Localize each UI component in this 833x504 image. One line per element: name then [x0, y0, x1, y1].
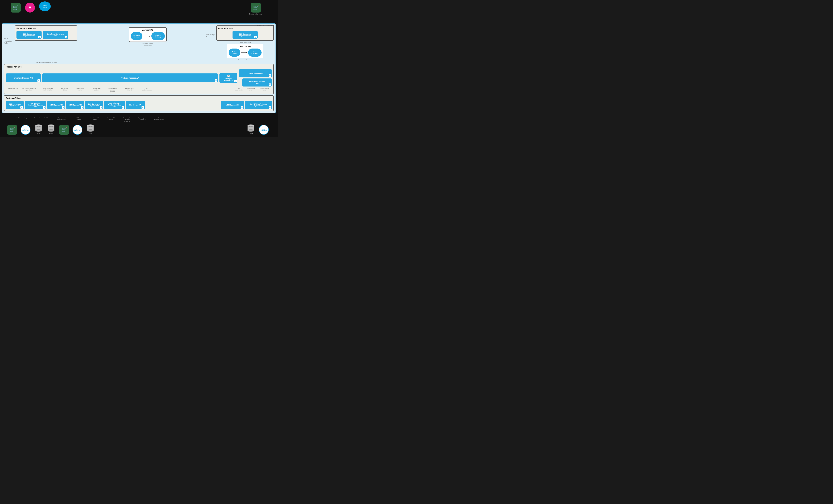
- orders-process-api: Orders Process API M: [239, 69, 272, 77]
- bottom-sap-icon-1: SAPS/4HANA: [21, 125, 30, 135]
- mdm-label-2: MDM: [49, 133, 53, 135]
- svg-point-14: [247, 129, 254, 131]
- pim-sync-process-api: 🕐 PIM SyncProcess API M: [219, 73, 237, 83]
- order-creation-label: Order creation event: [248, 13, 263, 15]
- top-heart-icon: ♥: [25, 3, 35, 13]
- svg-point-3: [35, 124, 42, 127]
- mdm-system-api-1: MDM System API M: [47, 101, 65, 109]
- bottom-cart-icon-1: 🛒: [7, 125, 17, 135]
- inventory-process-api: Inventory Process API M: [6, 73, 41, 82]
- integration-layer-title: Integration layer: [218, 27, 272, 29]
- svg-point-11: [87, 124, 94, 127]
- process-layer-title: Process API layer: [6, 66, 272, 68]
- bottom-cart-icon-2: 🛒: [59, 125, 69, 135]
- mdm-label-3: MDM: [249, 133, 253, 135]
- anypoint-mq-orders: Anypoint MQ OrdersQueue ◄ OrdersExchange: [227, 44, 263, 58]
- b2c-commerce-system-api-1: B2C CommerceSystem API M: [6, 101, 24, 109]
- mdm-system-api-2: MDM System API M: [66, 101, 84, 109]
- svg-point-7: [48, 124, 54, 127]
- anypoint-mq-products: Anypoint MQ ProductsQueue ◄ ProductsExch…: [129, 27, 167, 42]
- salesforce-experience-api-box: Salesforce ExperienceAPI M: [43, 31, 68, 39]
- sap-s4hana-products-api: SAP S/4HANAProducts SystemAPI M: [104, 101, 125, 109]
- cloud-information-model-label: Cloud Information Model: [4, 38, 14, 44]
- publish-product-update-label: Publish productupdate event: [205, 33, 215, 37]
- sap-s4hana-orders-api: SAP S/4HANA OrdersSystem API M: [245, 101, 272, 109]
- sap-product-availability-api: SAP ProductAvailability SystemAPI M: [25, 101, 46, 109]
- b2c-commerce-experience-api-integration: B2C CommerceExperience API M: [233, 31, 258, 39]
- process-api-layer: Process API layer Inventory Process API …: [4, 64, 274, 94]
- svg-point-10: [87, 129, 94, 131]
- bottom-mdm-icon-3: MDM: [246, 124, 255, 135]
- b2c-commerce-system-api-2: B2C CommerceSystem API M: [85, 101, 103, 109]
- pim-label: PIM: [89, 133, 92, 135]
- anypoint-mq-products-title: Anypoint MQ: [131, 29, 165, 31]
- mdm-system-api-3: MDM System API M: [221, 101, 244, 109]
- experience-api-layer: Experience API Layer B2C CommerceExperie…: [15, 25, 77, 41]
- svg-point-2: [35, 129, 42, 131]
- orders-queue: OrdersQueue: [229, 49, 240, 56]
- svg-point-6: [48, 129, 54, 131]
- consume-product-update-label: Consume productupdate event: [129, 43, 167, 46]
- experience-layer-title: Experience API Layer: [17, 27, 76, 29]
- integration-layer: Integration layer B2C CommerceExperience…: [216, 25, 274, 41]
- orders-exchange: OrdersExchange: [248, 49, 262, 56]
- mulesoft-platform: MuleSoft Platform Cloud Information Mode…: [2, 23, 276, 113]
- bottom-sap-icon-2: SAPS/4HANA: [73, 125, 82, 135]
- products-process-api: Products Process API M: [42, 73, 218, 82]
- get-product-availability-label: Get product availability per store: [36, 62, 274, 63]
- bottom-mdm-icon-1: MDM: [34, 124, 43, 135]
- products-queue: ProductsQueue: [131, 32, 142, 40]
- bottom-sap-icon-3: SAPS/4HANA: [259, 125, 269, 135]
- system-layer-title: System API layer: [6, 97, 272, 99]
- bottom-pim-icon: PIM: [86, 124, 95, 135]
- order-creation-icon: 🛒 Order creation event: [248, 3, 263, 15]
- top-left-cart-icon: 🛒: [11, 3, 21, 13]
- publish-order-create-label: Publish order create: [216, 41, 274, 43]
- bottom-mdm-icon-2: MDM: [47, 124, 55, 135]
- products-exchange: ProductsExchange: [151, 32, 165, 40]
- anypoint-mq-orders-title: Anypoint MQ: [229, 46, 262, 47]
- mdm-label-1: MDM: [37, 133, 41, 135]
- salesforce-icon: salesforce: [39, 1, 51, 18]
- consume-order-event-label: Consume order event: [216, 59, 274, 61]
- svg-point-15: [247, 124, 254, 127]
- system-api-layer: System API layer B2C CommerceSystem API …: [4, 95, 274, 111]
- erp-orders-process-api: ERP Orders ProcessAPI M: [242, 78, 272, 87]
- pim-system-api: PIM System API M: [126, 101, 145, 109]
- b2c-commerce-experience-api-box: B2C CommerceExperience API M: [17, 31, 42, 39]
